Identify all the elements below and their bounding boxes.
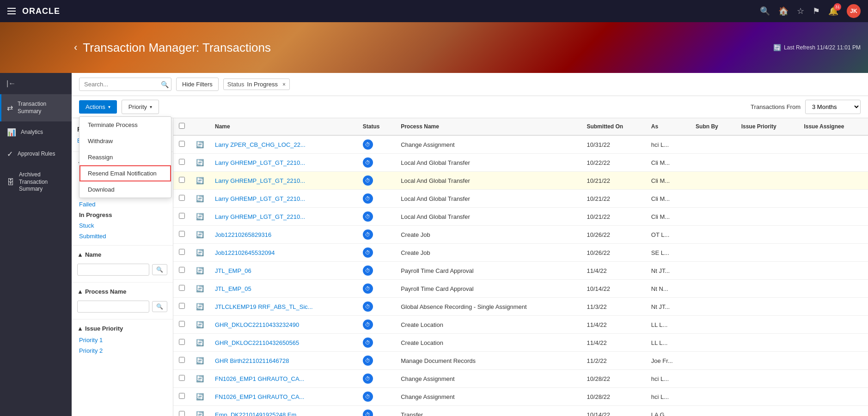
name-filter-search-button[interactable]: 🔍 [152,264,167,275]
row-name-cell: GHR_DKLOC22110432650565 [209,334,357,352]
row-refresh-button-12[interactable]: 🔄 [196,357,204,364]
row-name-link-12[interactable]: GHR Birth22110211646728 [215,357,289,364]
row-refresh-button-15[interactable]: 🔄 [196,411,204,416]
row-action-cell: 🔄 [190,316,209,334]
row-name-link-6[interactable]: Job122102645532094 [215,249,275,256]
notification-icon[interactable]: 🔔 31 [828,6,838,16]
search-input[interactable] [79,78,171,91]
row-refresh-button-3[interactable]: 🔄 [196,195,204,202]
row-checkbox-10[interactable] [179,321,185,327]
row-issue-priority-cell [736,226,799,244]
actions-dropdown: Terminate Process Withdraw Reassign Rese… [79,116,171,198]
back-button[interactable]: ‹ [74,42,77,54]
row-refresh-button-8[interactable]: 🔄 [196,285,204,292]
row-checkbox-5[interactable] [179,231,185,237]
row-refresh-button-14[interactable]: 🔄 [196,393,204,400]
row-checkbox-9[interactable] [179,303,185,309]
row-checkbox-3[interactable] [179,195,185,201]
row-refresh-button-11[interactable]: 🔄 [196,339,204,346]
reassign-item[interactable]: Reassign [79,149,171,165]
row-checkbox-0[interactable] [179,141,185,147]
withdraw-item[interactable]: Withdraw [79,133,171,149]
flag-icon[interactable]: ⚑ [813,6,820,16]
name-filter-input[interactable] [77,264,149,276]
row-name-link-14[interactable]: FN1026_EMP1 GHRAUTO_CA... [215,393,304,400]
hamburger-menu[interactable] [7,8,16,14]
priority-button[interactable]: Priority ▾ [122,100,159,114]
row-checkbox-13[interactable] [179,375,185,381]
favorites-icon[interactable]: ☆ [797,6,804,16]
filter-item-stuck[interactable]: Stuck [72,220,173,231]
row-name-link-8[interactable]: JTL_EMP_05 [215,285,251,292]
row-checkbox-14[interactable] [179,393,185,399]
row-submitted-on-cell: 10/14/22 [581,280,645,298]
row-name-link-3[interactable]: Larry GHREMP_LGT_GT_2210... [215,195,305,202]
row-refresh-button-0[interactable]: 🔄 [196,141,204,148]
row-name-link-5[interactable]: Job12210265829316 [215,231,271,238]
row-name-link-9[interactable]: JTLCLKEMP19 RRF_ABS_TL_Sic... [215,303,313,310]
actions-button[interactable]: Actions ▾ [79,100,117,114]
row-checkbox-11[interactable] [179,339,185,345]
filter-item-priority-1[interactable]: Priority 1 [72,335,173,345]
row-refresh-button-2[interactable]: 🔄 [196,177,204,184]
row-status-icon-1: ⏱ [363,157,373,168]
filter-section-header-process-name[interactable]: ▲ Process Name [72,285,173,298]
process-name-filter-input[interactable] [77,301,149,313]
search-icon[interactable]: 🔍 [760,6,770,16]
row-refresh-button-6[interactable]: 🔄 [196,249,204,256]
terminate-process-item[interactable]: Terminate Process [79,117,171,133]
row-checkbox-4[interactable] [179,213,185,219]
search-button[interactable]: 🔍 [161,81,169,88]
issue-assignee-column-header: Issue Assignee [798,118,868,135]
filter-section-header-issue-priority[interactable]: ▲ Issue Priority [72,322,173,335]
process-name-filter-search-button[interactable]: 🔍 [152,301,167,312]
row-refresh-button-9[interactable]: 🔄 [196,303,204,310]
sidebar-item-transaction-summary[interactable]: ⇄ Transaction Summary [0,94,72,121]
row-checkbox-12[interactable] [179,357,185,363]
row-refresh-button-13[interactable]: 🔄 [196,375,204,382]
filter-item-in-progress[interactable]: In Progress [72,210,173,220]
row-name-link-13[interactable]: FN1026_EMP1 GHRAUTO_CA... [215,375,304,382]
row-checkbox-2[interactable] [179,177,185,183]
resend-email-notification-item[interactable]: Resend Email Notification [79,165,171,181]
filter-item-submitted[interactable]: Submitted [72,231,173,241]
sidebar-collapse-button[interactable]: |← [0,73,72,94]
row-checkbox-15[interactable] [179,411,185,416]
row-name-link-0[interactable]: Larry ZPER_CB_CHG_LOC_22... [215,141,306,148]
row-name-link-7[interactable]: JTL_EMP_06 [215,267,251,274]
avatar[interactable]: JK [847,4,861,18]
sidebar-item-archived-transaction-summary[interactable]: 🗄 Archived Transaction Summary [0,165,72,199]
row-refresh-button-7[interactable]: 🔄 [196,267,204,274]
months-select[interactable]: 3 Months 1 Month 2 Months 6 Months 1 Yea… [805,100,861,114]
download-item[interactable]: Download [79,181,171,198]
row-subn-by-cell [690,244,736,262]
filter-section-header-name[interactable]: ▲ Name [72,248,173,261]
process-name-column-header: Process Name [395,118,581,135]
top-nav-right: 🔍 🏠 ☆ ⚑ 🔔 31 JK [760,4,861,18]
row-name-link-2[interactable]: Larry GHREMP_LGT_GT_2210... [215,177,305,184]
filter-item-failed[interactable]: Failed [72,199,173,210]
row-refresh-button-4[interactable]: 🔄 [196,213,204,220]
row-checkbox-8[interactable] [179,285,185,291]
row-refresh-button-10[interactable]: 🔄 [196,321,204,328]
filter-tag-close-button[interactable]: × [282,81,286,88]
sidebar-item-approval-rules[interactable]: ✓ Approval Rules [0,143,72,165]
select-all-checkbox[interactable] [179,123,185,129]
hide-filters-button[interactable]: Hide Filters [176,78,219,91]
row-name-cell: JTL_EMP_05 [209,280,357,298]
row-refresh-button-5[interactable]: 🔄 [196,231,204,238]
row-name-link-10[interactable]: GHR_DKLOC22110433232490 [215,321,299,328]
row-checkbox-7[interactable] [179,267,185,273]
row-checkbox-1[interactable] [179,159,185,165]
row-refresh-button-1[interactable]: 🔄 [196,159,204,166]
row-checkbox-6[interactable] [179,249,185,255]
sidebar-item-analytics[interactable]: 📊 Analytics [0,121,72,143]
row-name-link-1[interactable]: Larry GHREMP_LGT_GT_2210... [215,159,305,166]
row-action-cell: 🔄 [190,135,209,154]
row-name-link-4[interactable]: Larry GHREMP_LGT_GT_2210... [215,213,305,220]
row-name-link-11[interactable]: GHR_DKLOC22110432650565 [215,339,299,346]
row-issue-priority-cell [736,370,799,388]
filter-item-priority-2[interactable]: Priority 2 [72,345,173,356]
home-icon[interactable]: 🏠 [778,6,789,16]
row-name-link-15[interactable]: Emp_DK22101491925248 Em... [215,411,301,416]
